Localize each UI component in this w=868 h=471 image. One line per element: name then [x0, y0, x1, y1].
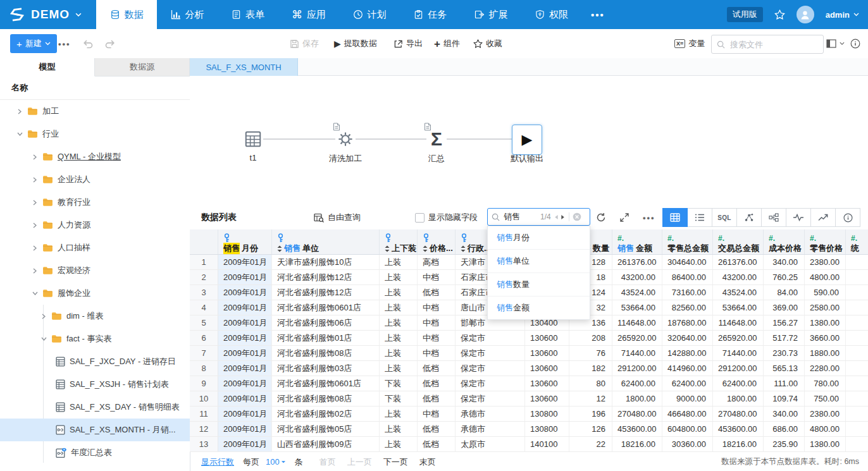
chevron-down-icon[interactable]	[40, 336, 47, 341]
grid-view-button[interactable]	[662, 208, 688, 227]
tree-item-QYML[interactable]: QYML - 企业模型	[0, 145, 190, 168]
tree-item-行业[interactable]: 行业	[0, 123, 190, 145]
show-hidden-checkbox[interactable]	[415, 213, 425, 223]
column-header-sale-unit[interactable]: 销售单位	[272, 229, 380, 254]
refresh-button[interactable]	[596, 205, 606, 229]
dropdown-item-销售金额[interactable]: 销售金额	[488, 297, 590, 319]
chevron-right-icon[interactable]	[32, 200, 38, 205]
column-header-rownum[interactable]	[190, 229, 218, 254]
next-match-icon[interactable]	[561, 214, 566, 220]
toolbar-more-button[interactable]: •••	[58, 29, 71, 58]
new-button[interactable]: + 新建	[10, 34, 57, 53]
tree-item-企业法人[interactable]: 企业法人	[0, 168, 190, 191]
table-row[interactable]: 132009年01月山西省盛利服饰09店上装低档太原市1401002218216…	[190, 437, 868, 452]
nav-item-表单[interactable]: 表单	[218, 0, 278, 29]
dropdown-item-销售月份[interactable]: 销售月份	[488, 226, 590, 250]
pulse-view-button[interactable]	[786, 208, 811, 227]
sort-icon[interactable]	[461, 245, 466, 252]
dropdown-item-销售数量[interactable]: 销售数量	[488, 273, 590, 297]
save-button[interactable]: 保存	[290, 29, 319, 58]
file-search-box[interactable]	[711, 35, 824, 54]
nav-item-应用[interactable]: ⌘应用	[278, 0, 339, 29]
sort-icon[interactable]	[423, 245, 428, 252]
chevron-right-icon[interactable]	[32, 245, 38, 251]
flow-node-汇总[interactable]: Σ	[431, 130, 442, 149]
tree-item-宏观经济[interactable]: 宏观经济	[0, 259, 190, 282]
page-size-select[interactable]: 100	[266, 457, 286, 467]
user-avatar[interactable]	[797, 6, 814, 23]
column-header-retail-price[interactable]: #.零售价格	[805, 229, 846, 254]
chevron-right-icon[interactable]	[40, 314, 47, 319]
undo-button[interactable]	[82, 29, 93, 58]
tree-item-SAL_F_XS_DAY[interactable]: SAL_F_XS_DAY - 销售明细表	[0, 396, 190, 419]
column-header-trade-total[interactable]: #.交易总金额	[713, 229, 764, 254]
component-button[interactable]: + 组件	[434, 29, 460, 58]
flow-node-t1[interactable]	[244, 130, 263, 149]
etl-flow-canvas[interactable]: t1清洗加工Σ汇总▶默认输出	[190, 76, 868, 206]
tree-item-dim[interactable]: dim - 维表	[0, 305, 190, 327]
list-view-button[interactable]	[687, 208, 712, 227]
column-header-sale-amount[interactable]: #.销售金额	[612, 229, 662, 254]
table-row[interactable]: 122009年01月河北省盛利服饰05店上装低档承德市1308001264536…	[190, 422, 868, 437]
column-header-price-grade[interactable]: 价格...	[418, 229, 456, 254]
sidebar-tab-数据源[interactable]: 数据源	[95, 58, 190, 76]
first-page-button[interactable]: 首页	[319, 456, 336, 468]
chevron-right-icon[interactable]	[32, 268, 38, 274]
redo-button[interactable]	[105, 29, 116, 58]
layout-toggle-button[interactable]	[826, 29, 845, 58]
lineage-view-button[interactable]	[736, 208, 762, 227]
export-button[interactable]: 导出	[394, 29, 423, 58]
fullscreen-button[interactable]	[620, 205, 629, 229]
tree-item-SAL_F_XS_MONTH[interactable]: SAL_F_XS_MONTH - 月销...	[0, 419, 190, 441]
prev-match-icon[interactable]	[554, 214, 559, 220]
column-header-retail-total[interactable]: #.零售总金额	[662, 229, 713, 254]
info-button[interactable]	[850, 29, 860, 58]
tree-item-年度汇总表[interactable]: 年度汇总表	[0, 441, 190, 464]
sidebar-tab-模型[interactable]: 模型	[0, 58, 95, 76]
trend-view-button[interactable]	[810, 208, 836, 227]
datalist-more-button[interactable]: •••	[643, 205, 655, 229]
clear-search-icon[interactable]	[573, 212, 581, 221]
nav-item-计划[interactable]: 计划	[339, 0, 400, 29]
sql-view-button[interactable]: SQL	[712, 208, 737, 227]
info-view-button[interactable]	[835, 208, 860, 227]
last-page-button[interactable]: 末页	[419, 456, 436, 468]
file-search-input[interactable]	[729, 39, 801, 50]
nav-item-more[interactable]: •••	[582, 0, 614, 29]
prev-page-button[interactable]: 上一页	[347, 456, 372, 468]
nav-item-数据[interactable]: 数据	[96, 0, 157, 29]
tree-item-SAL_F_XSJH[interactable]: SAL_F_XSJH - 销售计划表	[0, 373, 190, 396]
logo[interactable]: DEMO	[9, 0, 82, 29]
free-query-button[interactable]: 自由查询	[314, 205, 361, 229]
nav-item-权限[interactable]: 权限	[521, 0, 582, 29]
tree-item-fact[interactable]: fact - 事实表	[0, 327, 190, 350]
chevron-down-icon[interactable]	[32, 291, 38, 296]
column-header-sale-month[interactable]: 销售月份	[218, 229, 272, 254]
table-row[interactable]: 62009年01月河北省盛利服饰01店上装中档保定市13060020826592…	[190, 331, 868, 346]
table-row[interactable]: 102009年01月河北省盛利服饰08店下装低档保定市130600121800.…	[190, 391, 868, 407]
work-tab-active[interactable]: SAL_F_XS_MONTH	[190, 58, 298, 76]
sort-icon[interactable]	[385, 245, 390, 252]
tree-item-加工[interactable]: 加工	[0, 100, 190, 123]
extract-data-button[interactable]: ▶ 提取数据	[334, 29, 377, 58]
chevron-down-icon[interactable]	[16, 132, 23, 137]
chevron-right-icon[interactable]	[16, 109, 23, 114]
column-header-cost-price[interactable]: #.成本价格	[764, 229, 805, 254]
table-row[interactable]: 112009年01月河北省盛利服饰02店上装中档承德市1308001962704…	[190, 407, 868, 422]
show-row-count-link[interactable]: 显示行数	[201, 456, 234, 468]
tree-item-SAL_F_JXC_DAY[interactable]: SAL_F_JXC_DAY - 进销存日	[0, 350, 190, 373]
flow-node-清洗加工[interactable]	[336, 130, 355, 149]
chevron-right-icon[interactable]	[32, 154, 38, 160]
table-row[interactable]: 92009年01月河北省盛利服饰0601店下装低档保定市130600806240…	[190, 376, 868, 391]
nav-item-分析[interactable]: 分析	[157, 0, 218, 29]
relation-view-button[interactable]	[761, 208, 786, 227]
dropdown-item-销售单位[interactable]: 销售单位	[488, 250, 590, 273]
column-header-top-bottom[interactable]: 上下装	[380, 229, 418, 254]
column-header-cut-column[interactable]: #.统	[846, 229, 868, 254]
flow-node-默认输出[interactable]: ▶	[512, 125, 542, 155]
favorite-button[interactable]: 收藏	[473, 29, 502, 58]
variable-button[interactable]: X= 变量	[674, 29, 705, 58]
next-page-button[interactable]: 下一页	[383, 456, 408, 468]
table-row[interactable]: 72009年01月河北省盛利服饰08店上装中档保定市1306007671440.…	[190, 346, 868, 361]
tree-item-人口抽样[interactable]: 人口抽样	[0, 236, 190, 259]
